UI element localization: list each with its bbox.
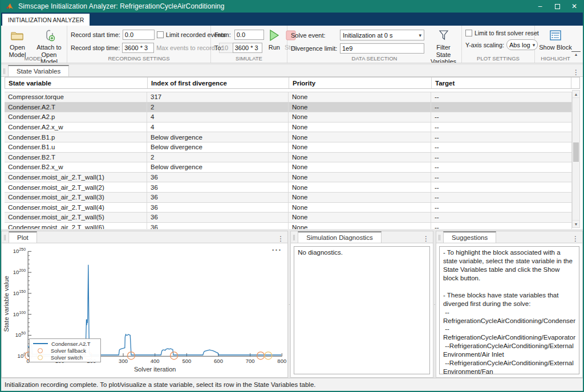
bottom-panels: Plot 10010501010010150102001025001002003… [1, 231, 583, 378]
matlab-logo-icon [6, 2, 14, 10]
section-label-highlight: HIGHLIGHT [535, 55, 576, 62]
limit-first-solver-reset-label: Limit to first solver reset [474, 30, 539, 36]
cell-priority: None [289, 193, 431, 202]
table-row[interactable]: Condenser.B1.pBelow divergenceNone-- [5, 132, 572, 142]
section-label-plot-settings: PLOT SETTINGS [462, 55, 534, 62]
cell-index-divergence: 4 [147, 112, 289, 122]
svg-text:Solver iteration: Solver iteration [134, 366, 176, 373]
diagnostics-menu-icon[interactable] [423, 233, 429, 243]
table-row[interactable]: Condenser.moist_air_2.T_wall(1)36None-- [5, 173, 572, 183]
table-row[interactable]: Condenser.B2.T2None-- [5, 153, 572, 163]
app-window: Simscape Initialization Analyzer: Refrig… [0, 0, 584, 392]
table-row[interactable]: Condenser.B1.uBelow divergenceNone-- [5, 142, 572, 153]
ribbon-tab-strip: INITIALIZATION ANALYZER [1, 13, 583, 26]
cell-priority: None [289, 203, 431, 213]
collapse-ribbon-button[interactable] [571, 51, 581, 58]
yaxis-scaling-dropdown[interactable]: Abs log [506, 39, 538, 50]
section-data-selection: Solve event: Initialization at 0 s Diver… [287, 26, 462, 63]
panel-grip-icon[interactable] [3, 68, 5, 74]
section-model: Open Model Attach to Open Model MODEL [1, 26, 67, 63]
table-row[interactable]: Condenser.moist_air_2.T_wall(3)36None-- [5, 193, 572, 203]
limit-first-solver-reset-checkbox[interactable] [465, 30, 472, 36]
cell-target: -- [431, 173, 572, 182]
column-header-priority[interactable]: Priority [289, 77, 432, 88]
panel-grip-icon[interactable] [293, 235, 295, 240]
cell-target: -- [431, 153, 572, 162]
cell-index-divergence: Below divergence [147, 132, 289, 142]
cell-priority: None [289, 213, 431, 222]
legend-fallback-label: Solver fallback [51, 348, 86, 354]
column-header-index-divergence[interactable]: Index of first divergence [148, 77, 289, 88]
table-vertical-scrollbar[interactable]: ▲ ▼ [572, 90, 580, 228]
cell-state-variable: Condenser.A2.x_w [5, 122, 147, 132]
scrollbar-thumb[interactable] [573, 142, 579, 162]
minimize-button[interactable]: – [532, 0, 549, 13]
record-start-time-input[interactable] [123, 30, 155, 40]
table-row[interactable]: Condenser.B2.x_wBelow divergenceNone-- [5, 162, 572, 173]
record-stop-time-input[interactable] [122, 43, 154, 53]
plot-canvas[interactable]: 1001050101001015010200102500100200300400… [2, 243, 287, 377]
scroll-up-icon[interactable]: ▲ [573, 91, 579, 98]
simulation-diagnostics-panel: Simulation Diagnostics No diagnostics. [290, 231, 433, 378]
table-row[interactable]: Condenser.A2.x_w4None-- [5, 122, 572, 133]
solve-event-dropdown[interactable]: Initialization at 0 s [340, 30, 424, 40]
divergence-limit-input[interactable] [340, 43, 424, 54]
table-row[interactable]: Compressor.torque317None-- [5, 92, 572, 103]
plot-options-icon[interactable] [272, 243, 282, 252]
tab-state-variables[interactable]: State Variables [8, 65, 69, 76]
cell-index-divergence: 4 [147, 122, 289, 132]
cell-state-variable: Condenser.moist_air_2.T_wall(1) [5, 173, 147, 182]
table-row[interactable]: Condenser.A2.p4None-- [5, 112, 572, 122]
table-row[interactable]: Condenser.moist_air_2.T_wall(5)36None-- [5, 213, 572, 223]
tab-initialization-analyzer[interactable]: INITIALIZATION ANALYZER [2, 14, 90, 26]
cell-index-divergence: 2 [147, 153, 289, 162]
cell-state-variable: Condenser.moist_air_2.T_wall(3) [5, 193, 147, 202]
column-header-target[interactable]: Target [432, 77, 571, 88]
suggestions-menu-icon[interactable] [572, 233, 579, 243]
plot-menu-icon[interactable] [277, 233, 284, 243]
tab-simulation-diagnostics[interactable]: Simulation Diagnostics [298, 231, 381, 243]
table-row[interactable]: Condenser.moist_air_2.T_wall(4)36None-- [5, 203, 572, 213]
cell-priority: None [289, 132, 431, 142]
solve-event-label: Solve event: [291, 32, 338, 39]
panel-grip-icon[interactable] [4, 235, 6, 240]
column-header-state-variable[interactable]: State variable [5, 77, 148, 88]
state-variables-tabbar: State Variables [1, 65, 583, 77]
cell-index-divergence: 36 [147, 193, 289, 202]
state-variables-menu-icon[interactable] [573, 67, 579, 77]
record-stop-time-label: Record stop time: [71, 44, 120, 51]
panel-grip-icon[interactable] [439, 235, 440, 240]
cell-target: -- [431, 132, 572, 142]
cell-state-variable: Condenser.A2.p [5, 112, 147, 122]
yaxis-scaling-value: Abs log [509, 42, 530, 48]
limit-recorded-events-checkbox[interactable] [157, 31, 164, 38]
show-block-label: Show Block [539, 44, 571, 51]
cell-state-variable: Condenser.B1.p [5, 132, 147, 142]
tab-plot[interactable]: Plot [9, 231, 37, 243]
section-label-data-selection: DATA SELECTION [287, 55, 461, 62]
paperclip-plus-icon [42, 28, 56, 43]
scroll-down-icon[interactable]: ▼ [573, 220, 579, 227]
tab-suggestions[interactable]: Suggestions [443, 231, 496, 243]
plot-panel: Plot 10010501010010150102001025001002003… [1, 231, 288, 378]
table-row[interactable]: Condenser.moist_air_2.T_wall(2)36None-- [5, 182, 572, 193]
legend-series-label: Condenser.A2.T [51, 341, 91, 347]
cell-index-divergence: 36 [147, 203, 289, 213]
cell-target: -- [431, 92, 572, 102]
svg-text:800: 800 [277, 358, 286, 364]
show-block-button[interactable]: Show Block [538, 28, 573, 51]
legend-fallback-swatch [38, 348, 43, 353]
from-input[interactable] [234, 30, 264, 40]
run-label: Run [269, 44, 280, 51]
cell-priority: None [289, 92, 431, 102]
maximize-button[interactable] [549, 0, 566, 13]
cell-target: -- [431, 122, 572, 132]
cell-state-variable: Condenser.A2.T [5, 103, 147, 112]
close-button[interactable]: ✕ [566, 0, 583, 13]
svg-text:500: 500 [182, 358, 191, 364]
suggestions-tabbar: Suggestions [436, 231, 582, 243]
table-row[interactable]: Condenser.A2.T2None-- [5, 103, 572, 113]
table-row[interactable]: Condenser.moist_air_2.T_wall(6)36None-- [5, 223, 572, 229]
run-button[interactable]: Run [269, 28, 280, 53]
to-input[interactable] [233, 43, 262, 53]
